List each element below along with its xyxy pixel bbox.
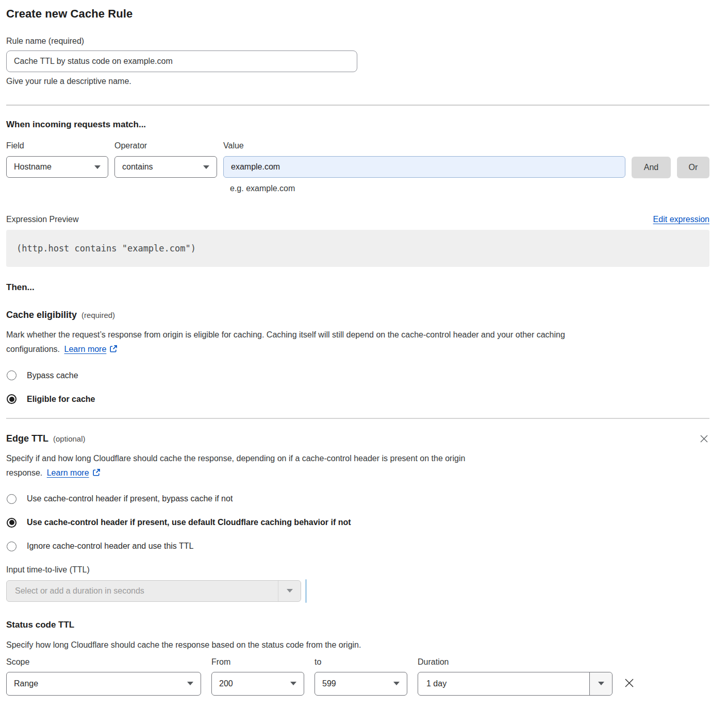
expression-code-block: (http.host contains "example.com") — [6, 230, 709, 267]
expression-header: Expression Preview Edit expression — [6, 215, 709, 224]
chevron-down-icon — [598, 682, 604, 685]
radio-selected-icon[interactable] — [7, 518, 16, 528]
operator-column: Operator contains — [114, 141, 217, 178]
field-select[interactable]: Hostname — [6, 156, 108, 178]
focus-indicator-line — [305, 579, 307, 603]
external-link-icon — [109, 343, 118, 358]
external-link-icon — [92, 467, 101, 481]
section-divider — [6, 418, 709, 419]
expression-code: (http.host contains "example.com") — [16, 243, 196, 254]
close-edge-ttl-icon[interactable] — [699, 433, 709, 446]
value-help-text: e.g. example.com — [230, 184, 709, 193]
ttl-select-row: Select or add a duration in seconds — [6, 579, 709, 603]
scope-select[interactable]: Range — [6, 672, 201, 696]
ttl-input-label: Input time-to-live (TTL) — [6, 565, 709, 575]
chevron-down-icon — [393, 682, 400, 685]
field-label: Field — [6, 141, 108, 150]
radio-unselected-icon[interactable] — [7, 494, 16, 504]
scope-label: Scope — [6, 657, 201, 667]
expression-preview-label: Expression Preview — [6, 215, 79, 224]
edge-ttl-description: Specify if and how long Cloudflare shoul… — [6, 451, 709, 481]
value-column: Value — [223, 141, 625, 178]
radio-selected-icon[interactable] — [7, 394, 16, 404]
match-condition-row: Field Hostname Operator contains Value A… — [6, 141, 709, 178]
field-column: Field Hostname — [6, 141, 108, 178]
chevron-down-icon — [287, 589, 293, 593]
radio-unselected-icon[interactable] — [7, 542, 16, 551]
optional-qualifier: (optional) — [53, 434, 86, 443]
and-button[interactable]: And — [632, 157, 671, 178]
from-select[interactable]: 200 — [211, 672, 304, 696]
cache-eligibility-description: Mark whether the request’s response from… — [6, 328, 709, 358]
chevron-down-icon — [94, 165, 101, 169]
match-section-heading: When incoming requests match... — [6, 120, 709, 130]
rule-name-label: Rule name (required) — [6, 37, 84, 45]
edge-ttl-heading: Edge TTL(optional) — [6, 433, 86, 444]
radio-unselected-icon[interactable] — [7, 370, 16, 380]
status-code-ttl-heading: Status code TTL — [6, 620, 709, 630]
duration-column: Duration 1 day — [418, 656, 613, 696]
chevron-down-icon — [203, 165, 209, 169]
status-code-ttl-description: Specify how long Cloudflare should cache… — [6, 638, 709, 652]
bypass-cache-option[interactable]: Bypass cache — [6, 370, 709, 380]
chevron-down-icon — [290, 682, 296, 685]
ttl-select-placeholder: Select or add a duration in seconds — [7, 586, 278, 596]
edge-ttl-learn-more-link[interactable]: Learn more — [47, 468, 89, 477]
from-select-value: 200 — [219, 679, 233, 688]
select-arrow-segment[interactable] — [589, 672, 612, 695]
required-qualifier: (required) — [81, 311, 115, 319]
ttl-duration-select[interactable]: Select or add a duration in seconds — [6, 580, 301, 602]
scope-select-value: Range — [14, 679, 38, 688]
to-select[interactable]: 599 — [315, 672, 407, 696]
chevron-down-icon — [187, 682, 193, 685]
cache-eligibility-options: Bypass cache Eligible for cache — [6, 370, 709, 404]
scope-column: Scope Range — [6, 656, 201, 696]
edge-ttl-header: Edge TTL(optional) — [6, 433, 709, 446]
rule-name-help: Give your rule a descriptive name. — [6, 77, 709, 86]
value-input[interactable] — [223, 156, 625, 178]
rule-name-input[interactable] — [6, 50, 357, 72]
edit-expression-link[interactable]: Edit expression — [653, 215, 709, 224]
eligible-for-cache-option[interactable]: Eligible for cache — [6, 394, 709, 404]
edge-ttl-option-default[interactable]: Use cache-control header if present, use… — [6, 518, 709, 528]
to-select-value: 599 — [322, 679, 336, 688]
select-arrow-segment[interactable] — [278, 581, 301, 601]
edge-ttl-option-bypass[interactable]: Use cache-control header if present, byp… — [6, 494, 709, 504]
value-label: Value — [223, 141, 625, 150]
to-label: to — [315, 657, 407, 667]
status-code-ttl-row: Scope Range From 200 to 599 Duration 1 d… — [6, 656, 709, 696]
or-button[interactable]: Or — [677, 157, 709, 178]
cache-eligibility-heading: Cache eligibility(required) — [6, 310, 709, 320]
duration-select-value: 1 day — [418, 679, 589, 688]
duration-label: Duration — [418, 657, 613, 667]
to-column: to 599 — [315, 656, 407, 696]
from-column: From 200 — [211, 656, 304, 696]
operator-select-value: contains — [122, 162, 153, 172]
rule-name-group: Rule name (required) Give your rule a de… — [6, 37, 709, 86]
from-label: From — [211, 657, 304, 667]
create-cache-rule-page: Create new Cache Rule Rule name (require… — [0, 0, 728, 696]
field-select-value: Hostname — [14, 162, 52, 172]
edge-ttl-options: Use cache-control header if present, byp… — [6, 494, 709, 551]
section-divider — [6, 105, 709, 106]
page-title: Create new Cache Rule — [6, 7, 709, 21]
edge-ttl-option-ignore[interactable]: Ignore cache-control header and use this… — [6, 542, 709, 551]
then-heading: Then... — [6, 282, 709, 293]
duration-select[interactable]: 1 day — [418, 672, 613, 696]
remove-status-code-rule-icon[interactable] — [624, 678, 635, 690]
cache-eligibility-learn-more-link[interactable]: Learn more — [64, 345, 107, 353]
operator-label: Operator — [114, 141, 217, 150]
operator-select[interactable]: contains — [114, 156, 217, 178]
